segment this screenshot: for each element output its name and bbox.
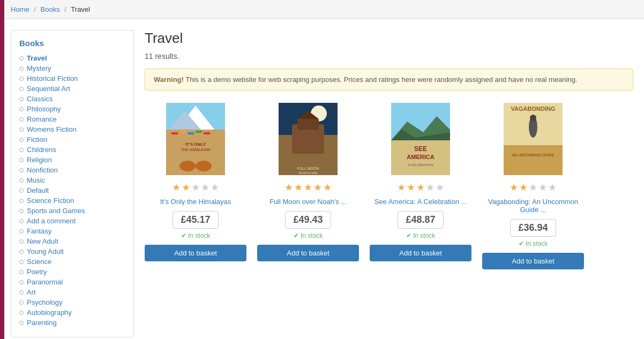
sidebar-list-item: Womens Fiction [19,125,125,133]
sidebar-bullet [19,87,24,91]
book-card: SEE AMERICA A CELEBRATION ★★★★★See Ameri… [370,101,471,269]
sidebar-list-item: Default [19,186,125,194]
book-price: £48.87 [398,211,443,229]
sidebar-item-womens-fiction[interactable]: Womens Fiction [27,125,77,133]
sidebar-bullet [19,158,24,162]
sidebar-bullet [19,56,24,61]
sidebar-item-science-fiction[interactable]: Science Fiction [27,197,74,205]
sidebar-item-classics[interactable]: Classics [27,95,53,103]
svg-rect-6 [179,131,186,133]
svg-rect-8 [196,131,202,133]
sidebar-item-historical-fiction[interactable]: Historical Fiction [27,74,78,82]
breadcrumb-books[interactable]: Books [41,5,60,13]
add-to-basket-button[interactable]: Add to basket [482,253,584,269]
sidebar-bullet [19,300,24,305]
sidebar-item-childrens[interactable]: Childrens [27,146,56,154]
sidebar-bullet [19,290,24,295]
warning-box: Warning! This is a demo website for web … [145,69,633,91]
star-empty: ★ [436,182,444,193]
sidebar-item-sports-and-games[interactable]: Sports and Games [27,207,85,215]
sidebar-bullet [19,168,24,172]
sidebar-item-paranormal[interactable]: Paranormal [27,278,63,286]
sidebar-list-item: Fiction [19,135,125,144]
sidebar-bullet [19,148,24,152]
add-to-basket-button[interactable]: Add to basket [257,245,359,261]
sidebar-item-sequential-art[interactable]: Sequential Art [27,85,70,93]
sidebar-bullet [19,280,24,284]
sidebar-item-music[interactable]: Music [27,176,45,184]
sidebar-item-new-adult[interactable]: New Adult [27,237,58,245]
svg-text:FULL MOON: FULL MOON [297,167,319,170]
svg-text:NOAH'S ARK: NOAH'S ARK [298,171,318,175]
svg-rect-19 [297,119,319,130]
sidebar-item-mystery[interactable]: Mystery [27,64,51,72]
svg-rect-5 [171,132,178,134]
sidebar-bullet [19,138,24,142]
sidebar-item-default[interactable]: Default [27,186,49,194]
sidebar-item-autobiography[interactable]: Autobiography [27,308,72,317]
sidebar-list-item: Sequential Art [19,85,125,93]
sidebar-item-young-adult[interactable]: Young Adult [27,247,64,255]
sidebar-list-item: Music [19,176,125,184]
book-cover: VAGABONDING AN UNCOMMON GUIDE [501,101,565,176]
warning-label: Warning! [154,76,184,84]
sidebar-item-religion[interactable]: Religion [27,156,52,164]
sidebar-list-item: Historical Fiction [19,74,125,82]
book-title[interactable]: See America: A Celebration ... [375,198,467,206]
book-title[interactable]: It's Only the Himalayas [160,198,231,206]
sidebar-list-item: Mystery [19,64,125,72]
breadcrumb-current: Travel [71,5,90,13]
sidebar-bullet [19,270,24,274]
book-cover: FULL MOON NOAH'S ARK [276,101,340,176]
sidebar-list-item: Paranormal [19,278,125,286]
add-to-basket-button[interactable]: Add to basket [145,245,246,261]
star-filled: ★ [172,182,181,193]
svg-text:AN UNCOMMON GUIDE: AN UNCOMMON GUIDE [512,153,555,157]
sidebar-bullet [19,209,24,213]
svg-rect-4 [166,130,225,175]
sidebar-item-art[interactable]: Art [27,288,36,296]
sidebar-list-item: Science Fiction [19,197,125,205]
results-count: 11 results. [145,52,633,61]
sidebar-bullet [19,189,24,193]
breadcrumb-sep1: / [34,5,36,13]
book-stars: ★★★★★ [284,182,332,193]
sidebar-item-fiction[interactable]: Fiction [27,135,47,144]
sidebar-bullet [19,117,24,122]
books-grid: IT'S ONLY THE HIMALAYAS ★★★★★It's Only t… [145,101,633,269]
star-filled: ★ [294,182,303,193]
sidebar-bullet [19,260,24,264]
star-empty: ★ [211,182,219,193]
star-filled: ★ [416,182,425,193]
breadcrumb-home[interactable]: Home [11,5,29,13]
book-stars: ★★★★★ [172,182,219,193]
sidebar-list-item: Fantasy [19,227,125,235]
star-empty: ★ [548,182,557,193]
sidebar-bullet [19,66,24,71]
sidebar-list-item: Science [19,258,125,266]
svg-rect-7 [188,132,194,134]
book-title[interactable]: Full Moon over Noah's ... [269,198,347,206]
sidebar-list-item: Autobiography [19,308,125,317]
star-filled: ★ [407,182,415,193]
sidebar-item-poetry[interactable]: Poetry [27,268,47,276]
sidebar-list-item: Psychology [19,298,125,306]
sidebar-item-science[interactable]: Science [27,258,51,266]
sidebar-item-philosophy[interactable]: Philosophy [27,105,61,113]
star-empty: ★ [191,182,200,193]
star-empty: ★ [201,182,209,193]
sidebar-list-item: Romance [19,115,125,123]
svg-text:IT'S ONLY: IT'S ONLY [185,142,206,147]
sidebar-item-parenting[interactable]: Parenting [27,319,57,327]
add-to-basket-button[interactable]: Add to basket [370,245,471,261]
sidebar-item-travel[interactable]: Travel [27,54,47,62]
sidebar-item-add-a-comment[interactable]: Add a comment [27,217,76,225]
book-title[interactable]: Vagabonding: An Uncommon Guide ... [482,198,584,214]
sidebar-item-fantasy[interactable]: Fantasy [27,227,51,235]
sidebar-item-romance[interactable]: Romance [27,115,57,123]
sidebar-item-psychology[interactable]: Psychology [27,298,62,306]
sidebar-bullet [19,178,24,183]
svg-point-13 [196,161,212,171]
sidebar-bullet [19,229,24,233]
sidebar-item-nonfiction[interactable]: Nonfiction [27,166,58,174]
